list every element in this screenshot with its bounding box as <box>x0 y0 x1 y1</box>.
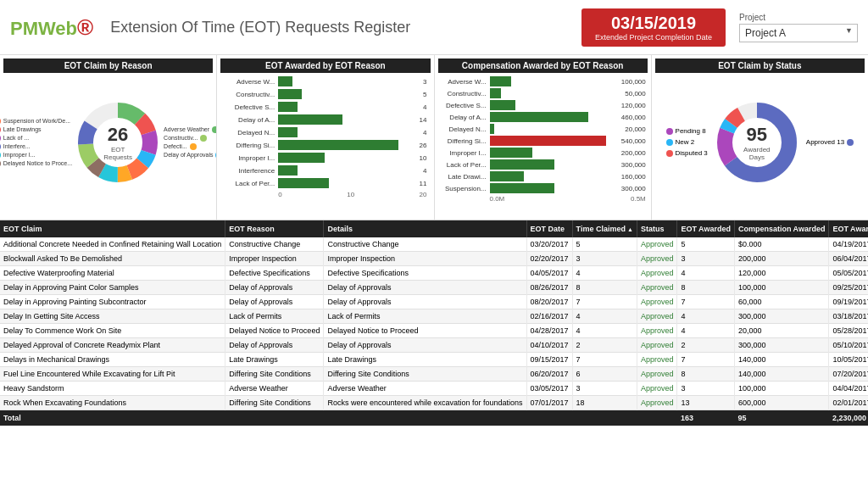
table-cell: Improper Inspection <box>324 252 526 266</box>
comp-bar-outer <box>490 183 619 193</box>
eot-table: EOT Claim EOT Reason Details EOT Date Ti… <box>0 220 868 426</box>
comp-bar-fill <box>490 136 606 146</box>
page-title: Extension Of Time (EOT) Requests Registe… <box>110 19 581 36</box>
footer-blank <box>637 410 677 426</box>
donut2-center: 95 Awarded Days <box>736 124 778 161</box>
table-cell: 7 <box>677 295 735 309</box>
project-label: Project <box>739 13 858 22</box>
table-cell: 7 <box>572 353 637 367</box>
bar-label: Constructiv... <box>224 91 275 98</box>
table-cell: Differing Site Conditions <box>225 367 324 382</box>
comp-bar-fill <box>490 148 533 158</box>
chart2-title: EOT Awarded by EOT Reason <box>220 59 430 73</box>
project-select[interactable]: Project A <box>739 24 858 42</box>
table-cell: Adverse Weather <box>225 382 324 396</box>
legend-item: Defecti... <box>164 143 217 150</box>
bar-row: Defective S... 4 <box>224 102 426 112</box>
comp-bar-fill <box>490 183 554 193</box>
chart-eot-status: EOT Claim by Status Pending 8 New 2 Disp… <box>652 55 868 220</box>
donut1-container: Suspension of Work/De... Late Drawings L… <box>3 76 213 208</box>
table-cell: 3 <box>572 252 637 266</box>
donut2-number: 95 <box>736 124 778 146</box>
comp-bar-row: Delayed N... 20,000 <box>440 124 646 134</box>
table-row: Delayed Approval of Concrete Readymix Pl… <box>0 338 868 353</box>
bar-fill <box>278 114 342 125</box>
bar-value: 26 <box>420 142 427 149</box>
table-cell: Approved <box>637 252 677 266</box>
axis-label: 0 <box>278 191 281 198</box>
bar-row: Constructiv... 5 <box>224 89 426 99</box>
table-cell: Constructive Change <box>324 237 526 252</box>
project-select-wrap[interactable]: Project A <box>739 24 858 42</box>
table-cell: Blockwall Asked To Be Demolished <box>0 252 225 266</box>
table-cell: 08/20/2017 <box>526 295 572 309</box>
comp-bar-label: Constructiv... <box>440 90 487 98</box>
table-row: Blockwall Asked To Be DemolishedImproper… <box>0 252 868 266</box>
comp-bar-outer <box>490 76 619 86</box>
logo: PMWeb® <box>10 14 93 41</box>
bar-value: 3 <box>423 78 426 86</box>
legend-label: Delay of Approvals <box>164 152 213 158</box>
comp-bar-row: Constructiv... 50,000 <box>440 88 646 98</box>
table-cell: 02/20/2017 <box>526 252 572 266</box>
table-row: Delay in Approving Paint Color SamplesDe… <box>0 281 868 295</box>
table-cell: 200,000 <box>734 252 829 266</box>
bar-fill <box>278 76 292 86</box>
logo-registered: ® <box>77 14 93 40</box>
donut1-sublabel: EOT Requests <box>97 146 139 161</box>
comp-bar-value: 300,000 <box>621 185 646 192</box>
completion-date: 03/15/2019 <box>595 14 712 33</box>
table-cell: Defective Waterproofing Material <box>0 266 225 281</box>
table-header: EOT Claim EOT Reason Details EOT Date Ti… <box>0 220 868 237</box>
comp-bar-outer <box>490 159 619 170</box>
table-cell: 4 <box>677 266 735 281</box>
legend-dot <box>666 128 673 135</box>
comp-bar-value: 460,000 <box>621 114 646 121</box>
bar-fill <box>278 140 398 150</box>
table-cell: 05/10/2017 <box>829 338 868 353</box>
table-row: Rock When Excavating FoundationsDifferin… <box>0 396 868 410</box>
table-cell: 20,000 <box>734 324 829 338</box>
table-cell: 09/25/2017 <box>829 281 868 295</box>
legend-item: Approved 13 <box>806 138 854 146</box>
bar-label: Differing Si... <box>224 142 275 149</box>
bar-outer <box>278 140 416 150</box>
comp-bar-row: Defective S... 120,000 <box>440 100 646 110</box>
header: PMWeb® Extension Of Time (EOT) Requests … <box>0 0 868 55</box>
legend-dot <box>0 143 1 150</box>
table-cell: Delay of Approvals <box>324 295 526 309</box>
comp-bar-value: 120,000 <box>621 102 646 109</box>
table-cell: Delay of Approvals <box>225 281 324 295</box>
bar-outer <box>278 102 420 112</box>
legend-item: Improper I... <box>0 152 72 159</box>
table-row: Heavy SandstormAdverse WeatherAdverse We… <box>0 382 868 396</box>
bar-fill <box>278 89 302 99</box>
legend-item: Delayed Notice to Proce... <box>0 160 72 167</box>
table-cell: Approved <box>637 309 677 324</box>
table-cell: 07/01/2017 <box>526 396 572 410</box>
footer-total-compensation: 2,230,000 <box>829 410 868 426</box>
table-cell: 2 <box>677 338 735 353</box>
table-cell: 120,000 <box>734 266 829 281</box>
table-row: Additional Concrete Needed in Confined R… <box>0 237 868 252</box>
logo-web: Web <box>38 18 77 39</box>
col-eot-reason: EOT Reason <box>225 220 324 237</box>
bar-outer <box>278 178 416 188</box>
legend-item: New 2 <box>666 138 708 146</box>
table-cell: Defective Specifications <box>324 266 526 281</box>
table-cell: 5 <box>677 237 735 252</box>
table-cell: Constructive Change <box>225 237 324 252</box>
comp-bar-fill <box>490 112 589 122</box>
footer-total-163: 163 <box>677 410 735 426</box>
donut2-left-legend: Pending 8 New 2 Disputed 3 <box>666 127 708 157</box>
legend-label: Late Drawings <box>3 126 42 132</box>
project-selector: Project Project A <box>739 13 858 42</box>
table-cell: Delay of Approvals <box>225 338 324 353</box>
table-cell: Delay To Commence Work On Site <box>0 324 225 338</box>
table-cell: Approved <box>637 353 677 367</box>
bar-row: Differing Si... 26 <box>224 140 426 150</box>
table-cell: 02/01/2017 <box>829 396 868 410</box>
legend-label: Constructiv... <box>164 135 198 141</box>
bar-label: Improper I... <box>224 154 275 162</box>
table-cell: Approved <box>637 295 677 309</box>
